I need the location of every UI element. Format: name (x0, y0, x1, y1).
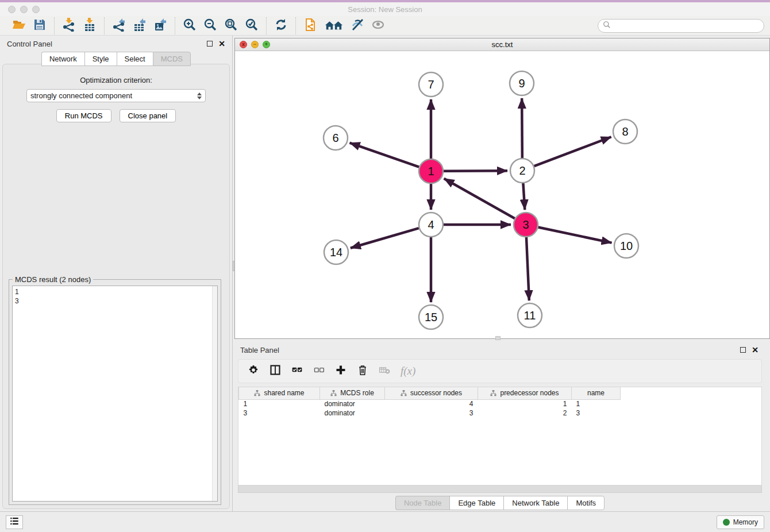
graph-node-10[interactable]: 10 (614, 234, 638, 258)
column-header-MCDS-role[interactable]: MCDS role (320, 387, 385, 399)
search-input[interactable] (611, 20, 764, 32)
clone-network-button[interactable] (302, 18, 319, 34)
canvas-resize-grip[interactable] (495, 336, 500, 340)
delete-table-icon (379, 364, 390, 378)
tab-node-table[interactable]: Node Table (395, 496, 450, 510)
close-panel-icon[interactable]: ✕ (218, 40, 225, 48)
table-toolbar: f(x) (238, 359, 762, 383)
table-cell[interactable]: 3 (239, 408, 320, 418)
memory-button[interactable]: Memory (717, 515, 764, 529)
column-header-predecessor-nodes[interactable]: predecessor nodes (478, 387, 572, 399)
table-cell[interactable]: dominator (320, 399, 385, 408)
hide-panels-button[interactable] (349, 18, 366, 34)
column-visibility-button[interactable] (270, 364, 281, 378)
tab-style[interactable]: Style (84, 52, 117, 66)
tab-motifs[interactable]: Motifs (567, 496, 605, 510)
refresh-view-button[interactable] (272, 18, 290, 34)
graph-node-2[interactable]: 2 (510, 159, 534, 183)
export-image-button[interactable] (152, 18, 169, 34)
graph-node-3[interactable]: 3 (514, 213, 538, 237)
column-header-shared-name[interactable]: shared name (239, 387, 320, 399)
graph-node-11[interactable]: 11 (518, 303, 542, 327)
table-row[interactable]: 1dominator411 (239, 399, 621, 408)
network-window-titlebar[interactable]: x − + scc.txt (235, 38, 769, 51)
graph-node-15[interactable]: 15 (419, 305, 443, 329)
graph-node-8[interactable]: 8 (613, 119, 637, 144)
window-title: Session: New Session (0, 5, 770, 14)
graph-node-9[interactable]: 9 (510, 71, 534, 95)
graph-edge-2-8[interactable] (534, 137, 611, 166)
export-table-button[interactable] (131, 18, 148, 34)
tab-edge-table[interactable]: Edge Table (449, 496, 503, 510)
table-header-row[interactable]: shared nameMCDS rolesuccessor nodesprede… (239, 387, 621, 399)
table-cell[interactable]: 3 (385, 408, 478, 418)
table-horizontal-scrollbar[interactable] (238, 485, 762, 493)
add-column-button[interactable] (335, 364, 346, 378)
graph-edge-2-3[interactable] (523, 183, 525, 210)
checked-boxes-icon (291, 364, 303, 378)
column-header-label: MCDS role (340, 389, 374, 397)
home-layout-button[interactable] (322, 18, 345, 34)
export-image-icon (153, 18, 167, 34)
column-header-successor-nodes[interactable]: successor nodes (385, 387, 478, 399)
result-scrollbar[interactable] (212, 286, 217, 501)
graph-node-14[interactable]: 14 (324, 240, 348, 264)
svg-text:3: 3 (522, 218, 529, 231)
refresh-icon (274, 18, 288, 34)
tab-select[interactable]: Select (117, 52, 153, 66)
table-cell[interactable]: 1 (478, 399, 572, 408)
table-cell[interactable]: 4 (385, 399, 478, 408)
graph-edge-3-11[interactable] (526, 237, 529, 300)
show-eye-button[interactable] (369, 18, 387, 34)
graph-edge-3-10[interactable] (538, 228, 612, 243)
column-header-name[interactable]: name (572, 387, 621, 399)
criterion-select[interactable]: strongly connected component (26, 89, 206, 102)
graph-edge-2-9[interactable] (522, 98, 522, 158)
zoom-in-button[interactable] (181, 18, 198, 34)
graph-edge-4-14[interactable] (351, 228, 419, 248)
graph-node-6[interactable]: 6 (324, 126, 348, 150)
table-cell[interactable]: 1 (239, 399, 320, 408)
node-table[interactable]: shared nameMCDS rolesuccessor nodesprede… (238, 387, 762, 485)
toolbar-search[interactable] (598, 19, 764, 33)
import-table-button[interactable] (81, 18, 98, 34)
zoom-fit-button[interactable] (222, 18, 240, 34)
control-panel-tabs: Network Style Select MCDS (0, 52, 232, 66)
open-session-button[interactable] (10, 18, 28, 34)
table-cell[interactable]: 2 (478, 408, 572, 418)
graph-node-4[interactable]: 4 (419, 213, 443, 237)
table-cell[interactable]: 1 (572, 399, 621, 408)
zoom-selected-icon (245, 18, 259, 34)
table-settings-button[interactable] (248, 364, 259, 378)
graph-node-1[interactable]: 1 (419, 159, 443, 183)
table-row[interactable]: 3dominator323 (239, 408, 621, 418)
tab-network[interactable]: Network (41, 52, 84, 66)
network-canvas[interactable]: 7968124314101511 (235, 51, 769, 338)
graph-edge-1-6[interactable] (350, 143, 419, 167)
mcds-result-text[interactable]: 1 3 (12, 286, 218, 502)
tab-network-table[interactable]: Network Table (503, 496, 567, 510)
export-network-button[interactable] (110, 18, 128, 34)
select-all-button[interactable] (291, 364, 303, 378)
deselect-all-button[interactable] (313, 364, 325, 378)
svg-text:9: 9 (518, 77, 525, 90)
close-table-panel-icon[interactable]: ✕ (752, 346, 759, 354)
save-session-button[interactable] (31, 18, 48, 34)
tab-mcds[interactable]: MCDS (153, 52, 191, 66)
graph-node-7[interactable]: 7 (419, 72, 443, 97)
task-history-button[interactable] (6, 515, 23, 529)
float-panel-icon[interactable] (207, 41, 213, 47)
table-cell[interactable]: 3 (572, 408, 621, 418)
run-mcds-button[interactable]: Run MCDS (56, 109, 111, 122)
table-cell[interactable]: dominator (320, 408, 385, 418)
graph-edge-1-2[interactable] (444, 171, 507, 171)
zoom-out-button[interactable] (202, 18, 219, 34)
graph-edge-3-1[interactable] (444, 179, 515, 218)
zoom-selected-button[interactable] (243, 18, 260, 34)
search-icon (603, 21, 611, 31)
close-panel-button[interactable]: Close panel (120, 109, 176, 122)
float-table-panel-icon[interactable] (740, 347, 746, 353)
delete-column-button[interactable] (357, 364, 368, 378)
memory-label: Memory (733, 518, 758, 526)
import-network-button[interactable] (60, 18, 78, 34)
